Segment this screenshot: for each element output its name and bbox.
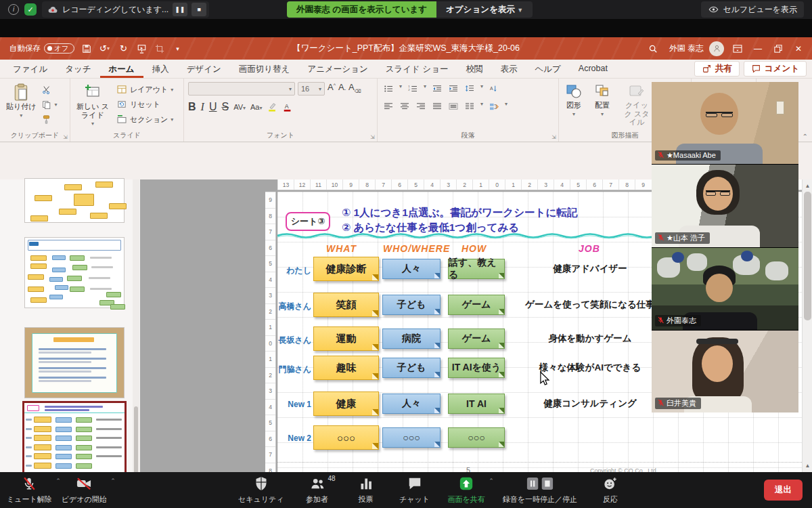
ribbon-tab-表示[interactable]: 表示 [491, 60, 526, 78]
account-name[interactable]: 外園 泰志 [669, 43, 704, 54]
ribbon-tab-ヘルプ[interactable]: ヘルプ [526, 60, 569, 78]
chevron-up-icon[interactable]: ⌃ [489, 478, 494, 484]
who-sticky[interactable]: 子ども [382, 358, 441, 378]
meeting-info-icon[interactable]: i [8, 4, 19, 15]
convert-smartart-button[interactable] [489, 101, 499, 112]
ribbon-tab-デザイン[interactable]: デザイン [178, 60, 230, 78]
slide-2-thumbnail[interactable] [24, 178, 125, 223]
font-size-combo[interactable]: 16▾ [298, 82, 325, 96]
chat-button[interactable]: チャット [399, 476, 430, 505]
how-sticky[interactable]: ゲーム [448, 295, 505, 315]
what-sticky[interactable]: 運動 [313, 326, 379, 351]
who-sticky[interactable]: 子ども [382, 295, 441, 315]
reset-button[interactable]: リセット [116, 98, 173, 110]
numbering-button[interactable]: 12 [407, 83, 418, 94]
save-icon[interactable] [81, 43, 92, 54]
slide-4-thumbnail[interactable] [24, 327, 125, 398]
share-screen-button[interactable]: 画面を共有⌃ [448, 476, 485, 505]
avatar[interactable] [709, 41, 724, 56]
section-button[interactable]: セクション▾ [116, 113, 173, 125]
search-icon[interactable] [648, 43, 658, 54]
align-left-button[interactable] [383, 101, 394, 112]
how-sticky[interactable]: ゲーム [448, 329, 505, 349]
layout-button[interactable]: レイアウト▾ [116, 83, 173, 96]
shapes-button[interactable]: 図形▾ [562, 82, 586, 128]
how-sticky[interactable]: IT AI [448, 394, 505, 414]
start-slideshow-icon[interactable] [137, 43, 148, 54]
recording-stop-button[interactable]: ■ [191, 3, 206, 16]
grow-font-button[interactable]: A^ [328, 82, 336, 96]
chevron-up-icon[interactable]: ⌃ [110, 478, 116, 484]
distribute-button[interactable] [448, 101, 459, 112]
ribbon-tab-画面切り替え[interactable]: 画面切り替え [230, 60, 299, 78]
participants-button[interactable]: 参加者48 [302, 476, 333, 505]
recording-pause-button[interactable]: ❚❚ [173, 3, 187, 16]
who-sticky[interactable]: 病院 [382, 329, 441, 349]
who-sticky[interactable]: 人々 [382, 259, 441, 279]
justify-button[interactable] [432, 101, 443, 112]
font-color-button[interactable]: A [282, 102, 293, 112]
font-dialog-launcher[interactable]: ⇲ [370, 134, 375, 140]
security-button[interactable]: セキュリティ [238, 476, 284, 505]
redo-icon[interactable]: ↻ [118, 43, 130, 54]
bold-button[interactable]: B [188, 101, 196, 113]
who-sticky[interactable]: 人々 [382, 394, 441, 414]
ribbon-tab-校閲[interactable]: 校閲 [457, 60, 491, 78]
increase-indent-button[interactable] [448, 83, 459, 94]
clear-format-button[interactable]: A⌫ [348, 82, 361, 96]
restore-button[interactable] [773, 43, 784, 54]
thumbnail-scrollbar[interactable] [133, 179, 139, 492]
paragraph-dialog-launcher[interactable]: ⇲ [551, 134, 556, 140]
highlight-color-button[interactable] [267, 102, 277, 112]
participant-video-2[interactable]: ★山本 浩子 [652, 165, 798, 247]
ribbon-tab-スライド ショー[interactable]: スライド ショー [377, 60, 457, 78]
collapse-ribbon-icon[interactable]: ⌃ [803, 133, 808, 140]
reactions-button[interactable]: 反応 [595, 476, 626, 505]
slide-5-thumbnail[interactable] [22, 401, 127, 476]
what-sticky[interactable]: ○○○ [313, 425, 379, 450]
how-sticky[interactable]: 話す、教える [448, 259, 505, 279]
how-sticky[interactable]: ○○○ [448, 427, 505, 448]
show-selfview-button[interactable]: セルフビューを表示 [701, 1, 804, 18]
arrange-button[interactable]: 配置▾ [590, 82, 614, 128]
qat-customize-icon[interactable]: ▾ [172, 43, 184, 54]
ribbon-tab-タッチ[interactable]: タッチ [56, 60, 99, 78]
comments-button[interactable]: コメント [744, 61, 807, 77]
decrease-indent-button[interactable] [432, 83, 443, 94]
change-case-button[interactable]: Aa▾ [250, 103, 262, 111]
who-sticky[interactable]: ○○○ [382, 427, 441, 448]
what-sticky[interactable]: 笑顔 [313, 293, 379, 317]
align-center-button[interactable] [399, 101, 410, 112]
ribbon-tab-アニメーション[interactable]: アニメーション [298, 60, 376, 78]
columns-button[interactable] [464, 101, 475, 112]
ribbon-tab-挿入[interactable]: 挿入 [143, 60, 178, 78]
autosave-toggle[interactable]: 自動保存 オフ [9, 43, 74, 54]
start-video-button[interactable]: ビデオの開始⌃ [62, 476, 107, 505]
scroll-up-icon[interactable]: ▲ [803, 181, 812, 191]
bullets-button[interactable] [383, 83, 394, 94]
align-right-button[interactable] [415, 101, 426, 112]
slide-3-thumbnail[interactable] [24, 237, 125, 308]
strikethrough-button[interactable]: S [221, 101, 229, 113]
minimize-button[interactable]: — [744, 37, 771, 60]
what-sticky[interactable]: 趣味 [313, 356, 379, 380]
participant-video-1[interactable]: ★Masaaki Abe [652, 82, 798, 164]
font-name-combo[interactable]: ▾ [188, 82, 295, 96]
vertical-scrollbar[interactable]: ▲ ▲ ▼ ▼ [802, 179, 812, 492]
text-direction-button[interactable]: A [489, 83, 499, 94]
shrink-font-button[interactable]: Aˇ [338, 82, 346, 96]
what-sticky[interactable]: 健康 [313, 391, 379, 416]
line-spacing-button[interactable] [464, 83, 475, 94]
share-button[interactable]: 共有 [694, 61, 740, 77]
quick-styles-button[interactable]: クイック スタイル [618, 82, 655, 128]
polls-button[interactable]: 投票 [351, 476, 382, 505]
clipboard-dialog-launcher[interactable]: ⇲ [63, 134, 68, 140]
new-slide-button[interactable]: 新しい スライド ▾ [73, 82, 112, 128]
italic-button[interactable]: I [201, 101, 204, 113]
what-sticky[interactable]: 健康診断 [313, 257, 379, 281]
paste-button[interactable]: 貼り付け ▾ [3, 82, 40, 127]
char-spacing-button[interactable]: AV▾ [233, 103, 246, 111]
record-ctrl-button[interactable]: 録音を一時停止／停止 [503, 476, 577, 505]
security-check-icon[interactable]: ✓ [24, 3, 37, 16]
format-painter-button[interactable] [41, 113, 58, 125]
